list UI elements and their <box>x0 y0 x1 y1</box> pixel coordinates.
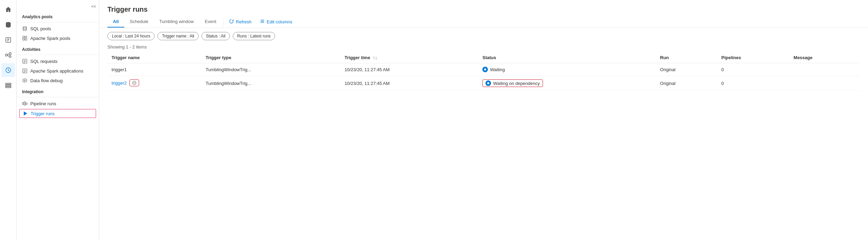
monitor-nav-icon[interactable] <box>1 63 15 77</box>
row2-trigger-type: TumblingWindowTrig... <box>201 76 340 91</box>
svg-rect-17 <box>23 39 24 40</box>
refresh-button[interactable]: Refresh <box>225 17 256 27</box>
svg-rect-30 <box>26 103 27 105</box>
sidebar-item-sql-pools[interactable]: SQL pools <box>17 24 99 33</box>
manage-nav-icon[interactable] <box>1 78 15 92</box>
table-row: trigger1 TumblingWindowTrig... 10/23/20,… <box>107 63 860 76</box>
col-run: Run <box>656 52 717 63</box>
sidebar-item-data-flow-debug[interactable]: Data flow debug <box>17 76 99 85</box>
sidebar-item-pipeline-runs[interactable]: Pipeline runs <box>17 99 99 108</box>
integration-section-label: Integration <box>17 85 99 96</box>
data-nav-icon[interactable] <box>1 18 15 32</box>
col-message: Message <box>789 52 860 63</box>
data-table: Trigger name Trigger type Trigger time ↑… <box>99 52 868 91</box>
svg-point-14 <box>23 26 27 28</box>
col-trigger-name: Trigger name <box>107 52 201 63</box>
sidebar: << Analytics pools SQL pools Apache Spar… <box>17 0 99 240</box>
row2-trigger-name[interactable]: trigger2 <box>107 76 201 90</box>
edit-columns-button[interactable]: Edit columns <box>256 17 296 27</box>
filter-runs-pill[interactable]: Runs : Latest runs <box>233 32 275 40</box>
tab-tumbling-window[interactable]: Tumbling window <box>154 16 199 28</box>
row2-message <box>789 76 860 91</box>
home-nav-icon[interactable] <box>1 3 15 17</box>
sidebar-item-sql-requests[interactable]: SQL requests <box>17 56 99 66</box>
apache-spark-pools-icon <box>22 35 28 41</box>
pipeline-runs-icon <box>22 101 28 106</box>
trigger-runs-icon <box>22 111 28 116</box>
row2-trigger-name-link[interactable]: trigger2 <box>112 80 127 86</box>
refresh-icon <box>229 19 234 25</box>
sql-pools-icon <box>22 26 28 31</box>
svg-point-27 <box>24 80 25 81</box>
edit-columns-icon <box>260 19 265 25</box>
filter-status-pill[interactable]: Status : All <box>201 32 230 40</box>
tab-all[interactable]: All <box>107 16 124 28</box>
integrate-nav-icon[interactable] <box>1 48 15 62</box>
svg-rect-15 <box>23 36 24 38</box>
trigger-time-sort-icon[interactable]: ↑↓ <box>373 55 377 60</box>
row1-trigger-time: 10/23/20, 11:27:45 AM <box>341 63 479 76</box>
tabs-bar: All Schedule Tumbling window Event Refre… <box>99 16 868 28</box>
row1-pipelines: 0 <box>717 63 789 76</box>
data-flow-debug-label: Data flow debug <box>30 78 63 83</box>
col-trigger-time: Trigger time ↑↓ <box>341 52 479 63</box>
icon-bar <box>0 0 17 240</box>
sidebar-item-apache-spark-pools[interactable]: Apache Spark pools <box>17 33 99 43</box>
pipeline-runs-label: Pipeline runs <box>30 101 56 106</box>
develop-nav-icon[interactable] <box>1 33 15 47</box>
trigger-runs-label: Trigger runs <box>31 111 55 116</box>
col-pipelines: Pipelines <box>717 52 789 63</box>
col-status: Status <box>478 52 656 63</box>
svg-rect-5 <box>6 54 7 56</box>
svg-rect-6 <box>9 53 11 55</box>
sidebar-collapse-btn[interactable]: << <box>17 3 99 10</box>
col-trigger-type: Trigger type <box>201 52 340 63</box>
row1-status-icon <box>482 67 488 72</box>
data-flow-debug-icon <box>22 78 28 83</box>
analytics-pools-section-label: Analytics pools <box>17 10 99 21</box>
row1-run: Original <box>656 63 717 76</box>
sidebar-item-apache-spark-applications[interactable]: Apache Spark applications <box>17 66 99 76</box>
row1-trigger-type: TumblingWindowTrig... <box>201 63 340 76</box>
tabs-separator <box>223 18 223 26</box>
tab-event[interactable]: Event <box>199 16 222 28</box>
sql-requests-label: SQL requests <box>30 59 57 64</box>
row1-trigger-name: trigger1 <box>107 63 201 76</box>
filter-trigger-name-pill[interactable]: Trigger name : All <box>157 32 199 40</box>
row1-status-label: Waiting <box>490 67 505 72</box>
apache-spark-applications-label: Apache Spark applications <box>30 68 83 74</box>
table-row: trigger2 TumblingWindowTrig... 10/23/20,… <box>107 76 860 91</box>
svg-rect-13 <box>6 87 11 88</box>
tab-schedule[interactable]: Schedule <box>124 16 154 28</box>
svg-rect-7 <box>9 56 11 57</box>
sidebar-item-trigger-runs[interactable]: Trigger runs <box>19 109 96 118</box>
svg-rect-12 <box>6 85 11 86</box>
svg-rect-28 <box>22 102 24 105</box>
row2-run: Original <box>656 76 717 91</box>
filters-row: Local : Last 24 hours Trigger name : All… <box>99 28 868 44</box>
row2-status-label: Waiting on dependency <box>493 81 540 86</box>
svg-marker-31 <box>24 111 27 116</box>
svg-line-9 <box>7 55 9 57</box>
row2-status: Waiting on dependency <box>478 76 656 91</box>
svg-rect-18 <box>25 39 27 40</box>
filter-time-pill[interactable]: Local : Last 24 hours <box>107 32 155 40</box>
apache-spark-applications-icon <box>22 68 28 74</box>
row2-status-icon <box>485 80 491 86</box>
svg-line-8 <box>7 54 9 55</box>
svg-rect-11 <box>6 83 11 84</box>
row2-trigger-time: 10/23/20, 11:27:45 AM <box>341 76 479 91</box>
row2-cancel-icon[interactable] <box>129 79 139 86</box>
row1-message <box>789 63 860 76</box>
edit-columns-label: Edit columns <box>267 19 292 24</box>
row1-status: Waiting <box>478 63 656 76</box>
svg-rect-16 <box>25 36 27 38</box>
svg-rect-29 <box>24 102 25 105</box>
sql-requests-icon <box>22 58 28 64</box>
sql-pools-label: SQL pools <box>30 26 51 31</box>
main-content: Trigger runs All Schedule Tumbling windo… <box>99 0 868 240</box>
activities-section-label: Activities <box>17 43 99 53</box>
showing-count: Showing 1 - 2 items <box>99 44 868 52</box>
page-title: Trigger runs <box>99 0 868 16</box>
apache-spark-pools-label: Apache Spark pools <box>30 36 70 41</box>
